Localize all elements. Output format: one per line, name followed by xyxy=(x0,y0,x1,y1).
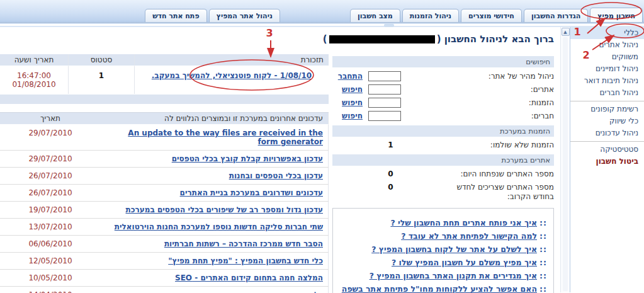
tab-site-action[interactable]: ניהול אתר המפיץ xyxy=(209,9,280,22)
update-date: 26/07/2010 xyxy=(0,168,101,184)
faq-link[interactable]: האם אפשר להציע ללקוחות מחו"ל פתיחת אתר ב… xyxy=(342,284,547,293)
search-label: חברים: xyxy=(407,112,554,120)
update-row: An update to the way files are received … xyxy=(0,125,329,151)
updates-header-title: עדכונים אחרונים במערכת זו ובמוצרים הנלוו… xyxy=(101,113,329,125)
faq-box: ::איך אני פותח אתרים תחת החשבון שלי ? ::… xyxy=(332,208,554,293)
faq-link[interactable]: איך מפיץ משלם על חשבון המפיץ שלו ? xyxy=(392,258,537,267)
faq-link[interactable]: למה הקישור לפתיחת אתר לא עובד ? xyxy=(401,231,537,241)
update-link[interactable]: An update to the way files are received … xyxy=(128,129,323,146)
update-row: הסבר חדש ממרכז ההדרכה – רשתות חברתיות 06… xyxy=(0,236,329,253)
sidebar-item[interactable]: ביטול חשבון xyxy=(570,156,644,168)
update-row: עדכון גדול ומספר רב של שיפורים בכלי הטפס… xyxy=(0,202,329,219)
search-row: ניהול מהיר של אתר: התחבר xyxy=(332,71,554,81)
faq-bullet-icon: :: xyxy=(539,244,547,254)
update-link[interactable]: עדכון בכלי הטפסים ובחנות xyxy=(229,171,323,180)
faq-link[interactable]: איך לשלם על אתר של לקוח בחשבון המפיץ ? xyxy=(371,244,537,254)
update-row: עדכונים ושדרוגים במערכת בניית האתרים 26/… xyxy=(0,185,329,202)
sidebar-item[interactable]: ניהול דומיינים xyxy=(570,63,644,75)
faq-bullet-icon: :: xyxy=(539,284,547,293)
tab-account-section[interactable]: מצב חשבון xyxy=(350,9,400,22)
stat-value: 0 xyxy=(332,169,449,178)
reminders-header-datetime: תאריך ושעה xyxy=(0,54,68,66)
welcome-pane: ברוך הבא לניהול החשבון () חיפושים ניהול … xyxy=(329,27,560,292)
faq-row: ::איך מפיץ משלם על חשבון המפיץ שלו ? xyxy=(339,258,547,267)
search-action-link[interactable]: חיפוש xyxy=(332,98,363,107)
update-link[interactable]: כלי חדש בחשבון המפיץ - בחירת תבניות xyxy=(184,290,323,293)
scroll-up-icon[interactable]: ▲ xyxy=(562,28,570,36)
sidebar: כללי ניהול אתרים משווקים ניהול דומיינים … xyxy=(570,27,644,292)
top-tab-bar: חשבון מפיץ הגדרות החשבון חידושי מוצרים נ… xyxy=(0,0,644,23)
search-input[interactable] xyxy=(368,71,401,81)
scrollbar-track[interactable] xyxy=(563,37,568,291)
update-link[interactable]: עדכון גדול ומספר רב של שיפורים בכלי הטפס… xyxy=(126,205,324,214)
stat-row: מספר האתרים שצריכים לחדש בחודש הקרוב: 0 xyxy=(332,183,554,202)
main-scrollbar[interactable]: ▲ xyxy=(560,27,570,292)
stat-value: 1 xyxy=(332,141,449,149)
sidebar-item[interactable]: ניהול תיבות דואר xyxy=(570,75,644,87)
search-action-link[interactable]: התחבר xyxy=(332,72,363,81)
sidebar-item[interactable]: ניהול חברים xyxy=(570,87,644,99)
update-date: 12/05/2010 xyxy=(0,253,101,269)
sidebar-item[interactable]: רשימת קופונים xyxy=(570,101,644,115)
update-row: עדכון בכלי הטפסים ובחנות 26/07/2010 xyxy=(0,168,329,185)
sidebar-item[interactable]: כללי xyxy=(570,27,644,39)
update-date: 13/07/2010 xyxy=(0,219,101,235)
tab-account-section[interactable]: הגדרות החשבון xyxy=(524,9,588,22)
update-link[interactable]: עדכונים ושדרוגים במערכת בניית האתרים xyxy=(180,188,323,197)
update-link[interactable]: שתי חברות סליקה חדשות נוספו למערכת החנות… xyxy=(115,222,323,231)
faq-row: ::איך לשלם על אתר של לקוח בחשבון המפיץ ? xyxy=(339,244,547,254)
search-label: הזמנות: xyxy=(407,98,554,107)
update-link[interactable]: המלצה חמה בתחום קידום האתרים - SEO xyxy=(175,273,323,282)
faq-link[interactable]: איך אני פותח אתרים תחת החשבון שלי ? xyxy=(390,218,537,227)
reminders-header-reminder: תזכורת xyxy=(135,54,329,66)
tab-group-site: ניהול אתר המפיץ פתח אתר חדש xyxy=(143,9,280,22)
faq-bullet-icon: :: xyxy=(539,231,547,241)
splitter-handle-icon[interactable] xyxy=(384,24,394,27)
search-input[interactable] xyxy=(368,111,401,121)
stat-value: 0 xyxy=(332,183,449,192)
faq-row: ::האם אפשר להציע ללקוחות מחו"ל פתיחת אתר… xyxy=(339,284,547,293)
stat-label: מספר האתרים שצריכים לחדש בחודש הקרוב: xyxy=(449,183,554,202)
tab-site-action[interactable]: פתח אתר חדש xyxy=(145,9,206,22)
update-link[interactable]: כלי חדש בחשבון המפיץ : "מפיץ תחת מפיץ" xyxy=(168,256,323,265)
updates-table: עדכונים אחרונים במערכת זו ובמוצרים הנלוו… xyxy=(0,112,329,293)
update-link[interactable]: עדכון באפשרויות קבלת קובץ בכלי הטפסים xyxy=(172,154,323,163)
faq-link[interactable]: איך מגדירים את תקנון האתר בחשבון המפיץ ? xyxy=(370,271,537,280)
sidebar-item[interactable]: משווקים xyxy=(570,51,644,63)
page-title: ברוך הבא לניהול החשבון () xyxy=(332,33,554,45)
tab-account-section[interactable]: ניהול הזמנות xyxy=(402,9,459,22)
update-date: 06/06/2010 xyxy=(0,236,101,252)
tab-account-section[interactable]: חידושי מוצרים xyxy=(461,9,522,22)
stat-row: הזמנות שלא שולמו: 1 xyxy=(332,141,554,150)
sidebar-item[interactable]: סטטיסטיקה xyxy=(570,141,644,156)
search-row: הזמנות: חיפוש xyxy=(332,98,554,108)
update-link[interactable]: הסבר חדש ממרכז ההדרכה – רשתות חברתיות xyxy=(164,239,323,248)
update-row: המלצה חמה בתחום קידום האתרים - SEO 10/05… xyxy=(0,270,329,287)
sidebar-item[interactable]: ניהול אתרים xyxy=(570,39,644,51)
search-label: אתרים: xyxy=(407,85,554,94)
reminder-row: 1/08/10 - לקוח פוטנציאלי, להמשיך במעקב. … xyxy=(0,66,329,94)
reminder-datetime: 16:47:00 01/08/2010 xyxy=(0,66,68,94)
search-input[interactable] xyxy=(368,84,401,95)
sidebar-item[interactable]: כלי שיווק xyxy=(570,115,644,127)
search-row: חברים: חיפוש xyxy=(332,111,554,121)
update-row: כלי חדש בחשבון המפיץ : "מפיץ תחת מפיץ" 1… xyxy=(0,253,329,270)
update-date: 29/07/2010 xyxy=(0,125,101,150)
update-date: 29/07/2010 xyxy=(0,151,101,167)
faq-bullet-icon: :: xyxy=(539,258,547,267)
reminder-status: 1 xyxy=(68,66,135,94)
sidebar-item[interactable]: ניהול עדכונים xyxy=(570,127,644,139)
update-date: 26/07/2010 xyxy=(0,185,101,201)
search-input[interactable] xyxy=(368,98,401,108)
reminders-header-status: סטטוס xyxy=(68,54,135,66)
faq-bullet-icon: :: xyxy=(539,218,547,227)
tab-group-account: חשבון מפיץ הגדרות החשבון חידושי מוצרים נ… xyxy=(348,8,643,22)
reminder-link[interactable]: 1/08/10 - לקוח פוטנציאלי, להמשיך במעקב. xyxy=(152,71,312,80)
section-header-orders: הזמנות במערכת xyxy=(332,125,554,137)
panel-splitter[interactable] xyxy=(0,23,644,27)
search-action-link[interactable]: חיפוש xyxy=(332,85,363,94)
update-row: עדכון באפשרויות קבלת קובץ בכלי הטפסים 29… xyxy=(0,151,329,168)
tab-account-section[interactable]: חשבון מפיץ xyxy=(590,8,643,22)
search-action-link[interactable]: חיפוש xyxy=(332,112,363,120)
section-header-sites: אתרים במערכת xyxy=(332,154,554,166)
